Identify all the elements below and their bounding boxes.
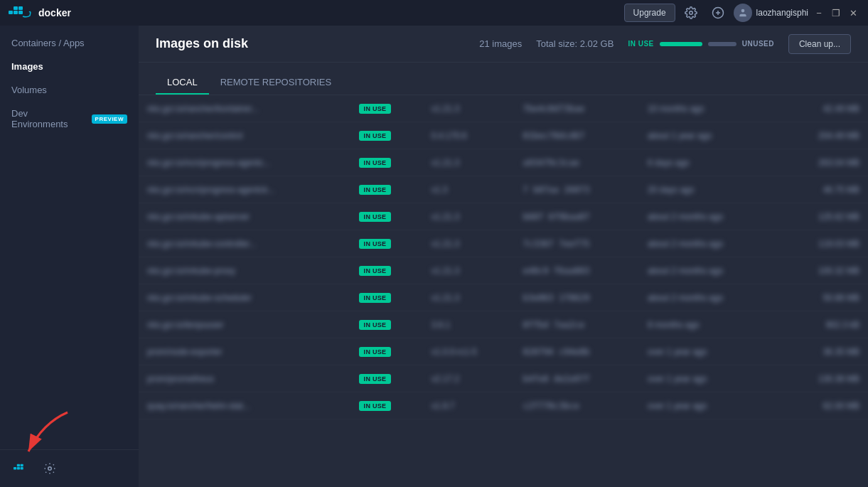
- sidebar-item-images[interactable]: Images: [0, 55, 139, 78]
- page-header: Images on disk 21 images Total size: 2.0…: [139, 26, 868, 63]
- image-tag: v1.3: [423, 176, 515, 203]
- image-name: nks.gcr.io/ncn/progress-agentck...: [139, 176, 350, 203]
- svg-point-14: [48, 467, 52, 471]
- image-size: 130.38 MB: [774, 365, 868, 392]
- image-id: c2f770c3bce: [514, 392, 639, 419]
- image-status: IN USE: [350, 365, 423, 392]
- image-status: IN USE: [350, 149, 423, 176]
- image-status: IN USE: [350, 392, 423, 419]
- sidebar-item-dev-environments-label: Dev Environments: [11, 108, 86, 129]
- image-status: IN USE: [350, 257, 423, 284]
- tab-local[interactable]: LOCAL: [156, 71, 209, 95]
- image-created: about 1 year ago: [639, 122, 774, 149]
- gear-icon-bottom[interactable]: [40, 459, 60, 478]
- table-row[interactable]: nks.gcr.io/rancher/controlIN USE0.4.170.…: [139, 122, 868, 149]
- image-size: 125.62 MB: [774, 203, 868, 230]
- restore-btn[interactable]: ❐: [830, 6, 842, 19]
- extensions-icon-btn[interactable]: [707, 1, 729, 24]
- table-row[interactable]: nks.gcr.io/tenpuuserIN USE3.6.10ffbd 7aa…: [139, 311, 868, 338]
- svg-rect-12: [21, 464, 23, 466]
- image-name: nks.gcr.io/nrkube-proxy: [139, 257, 350, 284]
- user-avatar: [734, 4, 752, 22]
- sidebar-item-containers-label: Containers / Apps: [11, 38, 85, 48]
- image-size: 204.49 MB: [774, 122, 868, 149]
- svg-point-7: [741, 9, 744, 13]
- image-id: 01bec70dcd67: [514, 122, 639, 149]
- svg-rect-3: [18, 6, 23, 10]
- image-id: 020794 c94e8b: [514, 338, 639, 365]
- image-tag: v1.21.3: [423, 149, 515, 176]
- image-name: nks.gcr.io/nrkube-controller...: [139, 230, 350, 257]
- table-row[interactable]: prom/prometheusIN USEv2.17.2b4fe8 de2a97…: [139, 365, 868, 392]
- images-table-scroll[interactable]: nks.gcr.io/rancher/kontainer...IN USEv1.…: [139, 95, 868, 487]
- table-row[interactable]: nks.gcr.io/nrkube-proxyIN USEv1.21.3e40c…: [139, 257, 868, 284]
- image-tag: v1.9.7: [423, 392, 515, 419]
- image-tag: 3.6.1: [423, 311, 515, 338]
- image-created: over 1 year ago: [639, 365, 774, 392]
- image-tag: v1.21.3: [423, 203, 515, 230]
- svg-rect-13: [17, 464, 20, 466]
- table-row[interactable]: prom/node-exporterIN USEv1.0.0-rc1-50207…: [139, 338, 868, 365]
- image-created: over 1 year ago: [639, 338, 774, 365]
- image-name: prom/prometheus: [139, 365, 350, 392]
- red-arrow: [14, 409, 78, 459]
- table-row[interactable]: quay.io/rancher/helm-stat...IN USEv1.9.7…: [139, 392, 868, 419]
- unused-bar-segment: [708, 42, 736, 46]
- image-created: about 2 months ago: [639, 284, 774, 311]
- window-chrome-left: docker: [9, 5, 71, 21]
- table-row[interactable]: nks.gcr.io/rancher/kontainer...IN USEv1.…: [139, 95, 868, 122]
- docker-icon-bottom[interactable]: [11, 459, 31, 478]
- image-created: 6 days ago: [639, 149, 774, 176]
- image-size: 902.3 kB: [774, 311, 868, 338]
- table-row[interactable]: nks.gcr.io/nrkube-apiserverIN USEv1.21.3…: [139, 203, 868, 230]
- page-title: Images on disk: [156, 36, 468, 51]
- svg-rect-2: [18, 11, 23, 14]
- image-tag: 0.4.170.6: [423, 122, 515, 149]
- tab-remote-repositories[interactable]: REMOTE REPOSITORIES: [209, 71, 343, 95]
- usage-bar: IN USE UNUSED: [628, 40, 774, 48]
- image-tag: v1.21.3: [423, 284, 515, 311]
- sidebar-bottom: [0, 449, 139, 487]
- image-id: b607 6f9baa07: [514, 203, 639, 230]
- sidebar-item-images-label: Images: [11, 61, 43, 72]
- close-btn[interactable]: ✕: [847, 6, 859, 19]
- table-row[interactable]: nks.gcr.io/ncn/progress-agentc...IN USEv…: [139, 149, 868, 176]
- topbar-right: 21 images Total size: 2.02 GB IN USE UNU…: [479, 34, 851, 54]
- image-size: 50.88 MB: [774, 284, 868, 311]
- image-id: 7be4c0d73bae: [514, 95, 639, 122]
- image-name: nks.gcr.io/nrkube-scheduler: [139, 284, 350, 311]
- image-size: 263.04 MB: [774, 149, 868, 176]
- image-created: over 1 year ago: [639, 392, 774, 419]
- image-status: IN USE: [350, 203, 423, 230]
- table-row[interactable]: nks.gcr.io/nrkube-controller...IN USEv1.…: [139, 230, 868, 257]
- sidebar-item-containers[interactable]: Containers / Apps: [0, 31, 139, 55]
- sidebar-item-volumes[interactable]: Volumes: [0, 78, 139, 102]
- image-created: about 2 months ago: [639, 257, 774, 284]
- image-id: 7 b07aa 26073: [514, 176, 639, 203]
- image-id: 7c3367 7eef75: [514, 230, 639, 257]
- in-use-bar-segment: [660, 42, 702, 46]
- table-row[interactable]: nks.gcr.io/ncn/progress-agentck...IN USE…: [139, 176, 868, 203]
- image-id: e40c9 f6aa803: [514, 257, 639, 284]
- window-controls: Upgrade laozhangisphi − ❐ ✕: [624, 1, 859, 24]
- svg-rect-11: [21, 467, 23, 469]
- image-tag: v2.17.2: [423, 365, 515, 392]
- svg-point-5: [689, 11, 692, 15]
- image-status: IN USE: [350, 338, 423, 365]
- upgrade-button[interactable]: Upgrade: [624, 4, 675, 22]
- in-use-label: IN USE: [628, 40, 653, 48]
- cleanup-button[interactable]: Clean up...: [788, 34, 851, 54]
- image-size: 62.00 MB: [774, 392, 868, 419]
- image-name: nks.gcr.io/nrkube-apiserver: [139, 203, 350, 230]
- app-layout: Containers / Apps Images Volumes Dev Env…: [0, 26, 868, 487]
- table-row[interactable]: nks.gcr.io/nrkube-schedulerIN USEv1.21.3…: [139, 284, 868, 311]
- image-size: 100.32 MB: [774, 257, 868, 284]
- image-created: 20 days ago: [639, 176, 774, 203]
- settings-icon-btn[interactable]: [680, 1, 702, 24]
- minimize-btn[interactable]: −: [813, 6, 825, 19]
- image-name: nks.gcr.io/tenpuuser: [139, 311, 350, 338]
- image-tag: v1.0.0-rc1-5: [423, 338, 515, 365]
- sidebar-item-dev-environments[interactable]: Dev Environments PREVIEW: [0, 102, 139, 136]
- image-status: IN USE: [350, 95, 423, 122]
- user-area[interactable]: laozhangisphi: [734, 4, 808, 22]
